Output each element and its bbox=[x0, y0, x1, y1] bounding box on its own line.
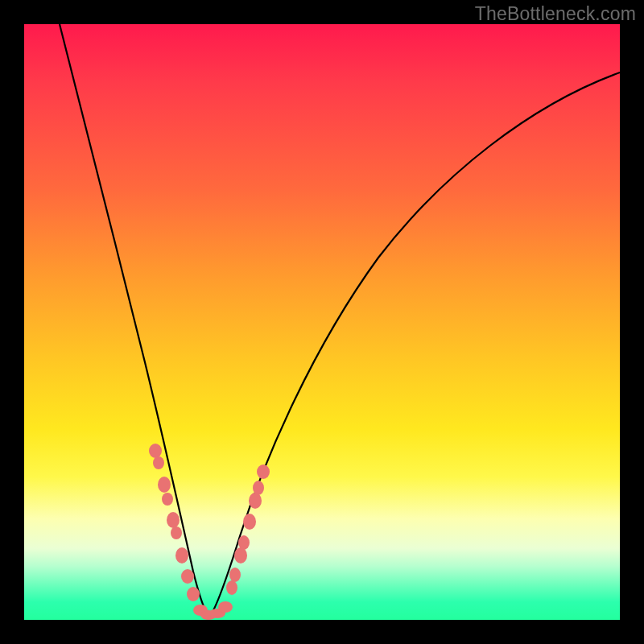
svg-point-8 bbox=[187, 587, 200, 601]
svg-point-19 bbox=[253, 481, 264, 495]
svg-point-2 bbox=[158, 477, 171, 493]
svg-point-0 bbox=[149, 444, 162, 458]
svg-point-3 bbox=[162, 493, 173, 506]
svg-point-7 bbox=[181, 569, 194, 584]
chart-plot-area bbox=[24, 24, 620, 620]
svg-point-17 bbox=[243, 514, 256, 530]
svg-point-14 bbox=[229, 568, 241, 582]
svg-point-1 bbox=[153, 456, 164, 469]
svg-point-16 bbox=[238, 535, 250, 550]
svg-point-15 bbox=[234, 547, 247, 564]
svg-point-5 bbox=[171, 526, 182, 539]
svg-point-13 bbox=[226, 580, 237, 595]
curve-path bbox=[60, 24, 620, 617]
svg-point-18 bbox=[249, 493, 262, 509]
curve-markers bbox=[149, 444, 270, 620]
svg-point-20 bbox=[257, 464, 270, 479]
svg-point-4 bbox=[167, 512, 180, 528]
watermark-text: TheBottleneck.com bbox=[475, 3, 636, 25]
svg-point-6 bbox=[175, 547, 188, 564]
svg-point-12 bbox=[218, 601, 233, 613]
bottleneck-curve bbox=[24, 24, 620, 620]
